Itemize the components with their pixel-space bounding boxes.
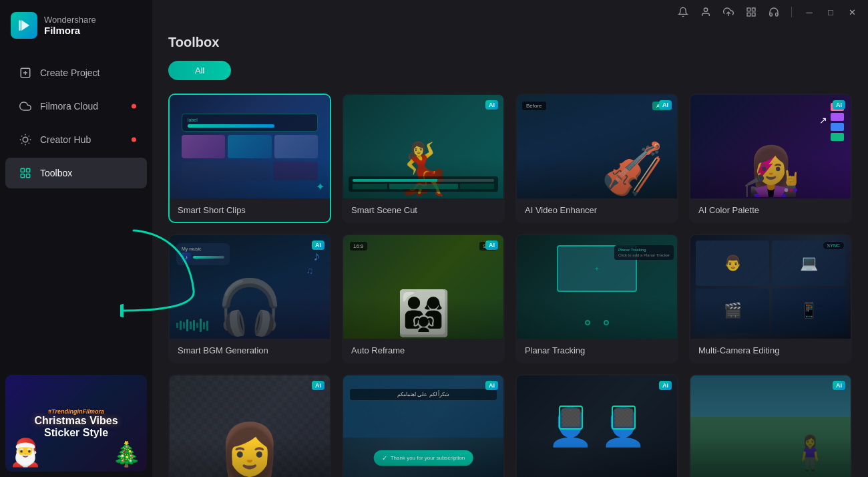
brand-name: Wondershare — [44, 15, 96, 25]
close-button[interactable]: ✕ — [843, 3, 861, 21]
title-bar-controls — [674, 3, 783, 21]
thumb-overlay — [690, 375, 851, 477]
tool-label: Smart Short Clips — [170, 198, 330, 222]
ai-badge: AI — [833, 381, 845, 390]
thumb-overlay — [690, 95, 851, 198]
tool-card-smart-short-clips[interactable]: label — [168, 94, 331, 223]
tool-thumbnail: 👩‍🎤 ↗ AI — [690, 95, 851, 198]
notification-icon[interactable] — [674, 3, 692, 21]
thumb-overlay — [517, 235, 677, 339]
sidebar-banner[interactable]: #TrendinginFilmora Christmas Vibes Stick… — [5, 375, 147, 472]
main-content: ─ □ ✕ Toolbox All label — [152, 0, 868, 477]
tool-card-ai-face-mosaic[interactable]: 👤 👤 — [515, 374, 678, 477]
notification-dot — [132, 104, 136, 109]
sidebar-label: Creator Hub — [40, 134, 91, 145]
page-title: Toolbox — [168, 35, 852, 50]
tool-label: Smart Scene Cut — [343, 198, 503, 222]
thumb-overlay — [170, 95, 330, 198]
separator — [791, 7, 792, 17]
product-name: Filmora — [44, 25, 96, 36]
tool-card-ai-color-palette[interactable]: 👩‍🎤 ↗ AI AI Color Palette — [689, 94, 852, 223]
headset-icon[interactable] — [765, 3, 783, 21]
svg-line-8 — [21, 136, 22, 136]
tool-label: Auto Reframe — [343, 339, 503, 362]
grid-icon — [19, 166, 32, 180]
tool-thumbnail: 👤 👤 — [517, 375, 677, 477]
tool-card-smart-bgm[interactable]: 🎧 My music ♪ ♪ ♫ — [168, 234, 331, 363]
tool-label: AI Video Enhancer — [517, 198, 677, 222]
ai-badge: AI — [659, 100, 672, 110]
svg-rect-23 — [752, 13, 755, 16]
svg-line-13 — [29, 136, 29, 136]
logo-text: Wondershare Filmora — [44, 15, 96, 36]
tool-card-auto-reframe[interactable]: 👨‍👩‍👧 16:9 9:16 AI Auto Reframe — [342, 234, 505, 363]
tool-card-ai-translation[interactable]: شكراً لكم على اهتمامكم ✓ Thank you for y… — [342, 374, 505, 477]
tool-card-ai-video-enhancer[interactable]: 🎻 Before After AI AI Video Enhancer — [515, 94, 678, 223]
ai-badge: AI — [485, 381, 498, 390]
tool-thumbnail: + Planar Tracking Click to add a Planar … — [517, 235, 677, 339]
sidebar-item-creator-hub[interactable]: Creator Hub — [5, 124, 147, 155]
svg-rect-21 — [752, 8, 755, 11]
tool-card-planar-tracking[interactable]: + Planar Tracking Click to add a Planar … — [515, 234, 678, 363]
thumb-overlay — [517, 95, 677, 198]
sidebar-item-create-project[interactable]: Create Project — [5, 57, 147, 88]
tool-thumbnail: 🧍‍♀️ AI — [690, 375, 851, 477]
tool-thumbnail: شكراً لكم على اهتمامكم ✓ Thank you for y… — [343, 375, 503, 477]
tool-thumbnail: 🎻 Before After AI — [517, 95, 677, 198]
ai-badge: AI — [659, 381, 672, 390]
filter-tabs: All — [168, 61, 852, 80]
cloud-icon — [19, 100, 32, 113]
cloud-upload-icon[interactable] — [719, 3, 738, 21]
lightbulb-icon — [19, 133, 32, 146]
ai-badge: AI — [312, 381, 324, 390]
avatar-icon[interactable] — [696, 3, 715, 21]
tool-label: Planar Tracking — [517, 339, 677, 362]
tool-card-smart-scene-cut[interactable]: 💃 AI Smart Scen — [342, 94, 505, 223]
svg-rect-17 — [27, 174, 30, 178]
svg-marker-0 — [21, 20, 29, 31]
app-logo — [11, 12, 37, 39]
svg-rect-20 — [747, 8, 750, 11]
thumb-overlay — [170, 375, 330, 477]
notification-dot — [132, 138, 136, 142]
banner-line2: Sticker Style — [44, 427, 108, 439]
title-bar: ─ □ ✕ — [152, 0, 868, 24]
tool-thumbnail: 👨 💻 🎬 📱 SYNC — [690, 235, 851, 339]
thumb-overlay — [343, 95, 503, 198]
svg-rect-22 — [747, 13, 750, 16]
svg-point-18 — [704, 8, 707, 11]
tool-card-multi-camera[interactable]: 👨 💻 🎬 📱 SYNC Multi-Camera Editing — [689, 234, 852, 363]
thumb-overlay — [343, 375, 503, 477]
svg-rect-1 — [19, 20, 21, 31]
sidebar-item-filmora-cloud[interactable]: Filmora Cloud — [5, 91, 147, 122]
tool-thumbnail: 👨‍👩‍👧 16:9 9:16 AI — [343, 235, 503, 339]
tool-card-ai-portrait[interactable]: 👩 AI AI Portrait Cutout — [168, 374, 331, 477]
sidebar-label: Create Project — [40, 67, 99, 78]
sidebar-item-toolbox[interactable]: Toolbox — [5, 158, 147, 188]
toolbox-content: Toolbox All label — [152, 24, 868, 477]
sidebar: Wondershare Filmora Create Project F — [0, 0, 152, 477]
svg-rect-14 — [21, 168, 24, 172]
sidebar-label: Toolbox — [40, 168, 72, 178]
svg-line-9 — [29, 143, 29, 144]
banner-hashtag: #TrendinginFilmora — [48, 408, 104, 415]
apps-icon[interactable] — [742, 3, 761, 21]
window-controls: ─ □ ✕ — [800, 3, 861, 21]
tool-card-ai-object-remover[interactable]: 🧍‍♀️ AI AI Object Remover — [689, 374, 852, 477]
minimize-button[interactable]: ─ — [800, 3, 819, 21]
banner-line1: Christmas Vibes — [34, 415, 118, 427]
filter-all[interactable]: All — [168, 61, 231, 80]
tool-thumbnail: label — [170, 95, 330, 198]
svg-rect-15 — [27, 168, 30, 172]
ai-badge: AI — [485, 100, 498, 110]
thumb-overlay — [343, 235, 503, 339]
thumb-overlay — [170, 235, 330, 339]
thumb-overlay — [517, 375, 677, 477]
svg-rect-16 — [21, 174, 24, 178]
tool-label: Multi-Camera Editing — [690, 339, 851, 362]
sidebar-label: Filmora Cloud — [40, 101, 98, 112]
maximize-button[interactable]: □ — [821, 3, 840, 21]
logo-area: Wondershare Filmora — [0, 0, 152, 51]
tool-thumbnail: 🎧 My music ♪ ♪ ♫ — [170, 235, 330, 339]
svg-point-5 — [23, 137, 28, 142]
